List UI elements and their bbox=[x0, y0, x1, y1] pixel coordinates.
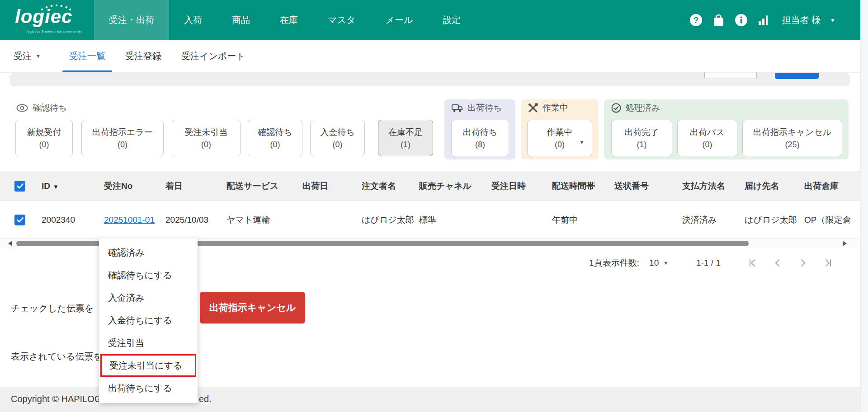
nav-item-orders-shipping[interactable]: 受注・出荷 bbox=[94, 0, 169, 40]
cell-delivery-time: 午前中 bbox=[552, 214, 614, 226]
col-header-tracking-no[interactable]: 送状番号 bbox=[614, 180, 682, 192]
col-header-delivery-service[interactable]: 配送サービス bbox=[226, 180, 302, 192]
cell-sales-channel: 標準 bbox=[419, 214, 491, 226]
in-progress-caret-icon[interactable]: ▼ bbox=[579, 139, 585, 145]
col-header-recipient[interactable]: 届け先名 bbox=[745, 180, 804, 192]
cell-id: 2002340 bbox=[42, 215, 104, 225]
per-page-caret-icon: ▼ bbox=[663, 261, 668, 266]
bag-icon[interactable] bbox=[712, 14, 725, 27]
svg-text:?: ? bbox=[693, 16, 698, 25]
cell-payment-method: 決済済み bbox=[682, 214, 745, 226]
order-menu-label: 受注 bbox=[14, 50, 32, 62]
group-label-awaiting-confirm: 確認待ち bbox=[16, 102, 67, 114]
status-card-awaiting-shipment[interactable]: 出荷待ち (8) bbox=[451, 120, 509, 156]
nav-item-stock[interactable]: 在庫 bbox=[265, 0, 313, 40]
prev-page-button[interactable] bbox=[765, 258, 790, 268]
status-card-in-progress[interactable]: 作業中 (0) ▼ bbox=[527, 120, 592, 156]
menu-item-set-awaiting-shipment[interactable]: 出荷待ちにする bbox=[99, 377, 198, 399]
logo-tagline: logistics & enterprise commander bbox=[27, 30, 82, 33]
copyright-text-left: Copyright © HAPILOG bbox=[11, 394, 101, 404]
sort-desc-icon: ▼ bbox=[53, 183, 59, 190]
ship-instruction-cancel-button[interactable]: 出荷指示キャンセル bbox=[200, 292, 305, 323]
menu-item-allocate[interactable]: 受注引当 bbox=[99, 332, 198, 354]
info-icon[interactable] bbox=[735, 14, 748, 27]
scroll-left-arrow-icon[interactable] bbox=[8, 241, 12, 246]
menu-item-set-awaiting-confirm[interactable]: 確認待ちにする bbox=[99, 264, 198, 286]
row-checkbox[interactable] bbox=[14, 215, 25, 225]
header-right-cluster: ? 担当者 様 ▼ bbox=[689, 0, 835, 40]
col-header-warehouse[interactable]: 出荷倉庫 bbox=[804, 180, 860, 192]
status-card-awaiting-payment[interactable]: 入金待ち (0) bbox=[310, 120, 365, 156]
order-table: ID▼ 受注No 着日 配送サービス 出荷日 注文者名 販売チャネル 受注日時 … bbox=[0, 171, 860, 239]
tab-order-import[interactable]: 受注インポート bbox=[175, 40, 252, 72]
order-menu-dropdown[interactable]: 受注 ▼ bbox=[14, 40, 41, 72]
table-row: 2002340 20251001-01 2025/10/03 ヤマト運輸 はぴロ… bbox=[0, 201, 860, 239]
top-navbar: logiec logistics & enterprise commander … bbox=[0, 0, 860, 40]
first-page-button[interactable] bbox=[740, 258, 765, 268]
menu-item-set-awaiting-payment[interactable]: 入金待ちにする bbox=[99, 309, 198, 332]
tab-order-list[interactable]: 受注一覧 bbox=[62, 40, 112, 72]
table-header-row: ID▼ 受注No 着日 配送サービス 出荷日 注文者名 販売チャネル 受注日時 … bbox=[0, 171, 860, 201]
nav-item-products[interactable]: 商品 bbox=[217, 0, 265, 40]
cell-recipient: はぴロジ太郎 bbox=[745, 214, 804, 226]
order-no-link[interactable]: 20251001-01 bbox=[104, 215, 155, 225]
visible-slips-label: 表示されている伝票を bbox=[11, 351, 103, 363]
status-card-out-of-stock[interactable]: 在庫不足 (1) bbox=[378, 120, 433, 156]
nav-item-master[interactable]: マスタ bbox=[313, 0, 370, 40]
stats-icon[interactable] bbox=[757, 14, 770, 27]
check-circle-icon bbox=[611, 103, 621, 113]
col-header-sales-channel[interactable]: 販売チャネル bbox=[419, 180, 491, 192]
order-menu-caret-icon: ▼ bbox=[36, 54, 41, 59]
col-header-id[interactable]: ID▼ bbox=[42, 181, 104, 191]
col-header-payment-method[interactable]: 支払方法名 bbox=[682, 180, 745, 192]
main-nav: 受注・出荷 入荷 商品 在庫 マスタ メール 設定 bbox=[94, 0, 476, 40]
status-card-ship-instruction-error[interactable]: 出荷指示エラー (0) bbox=[81, 120, 164, 156]
status-card-shipped[interactable]: 出荷完了 (1) bbox=[611, 120, 672, 156]
menu-item-paid[interactable]: 入金済み bbox=[99, 286, 198, 309]
nav-item-settings[interactable]: 設定 bbox=[428, 0, 476, 40]
logiec-logo[interactable]: logiec logistics & enterprise commander bbox=[15, 4, 87, 37]
vertical-scrollbar[interactable] bbox=[860, 0, 868, 412]
status-card-unallocated[interactable]: 受注未引当 (0) bbox=[172, 120, 241, 156]
col-header-order-no[interactable]: 受注No bbox=[104, 180, 165, 192]
group-label-in-progress: 作業中 bbox=[528, 102, 568, 114]
status-card-new-orders[interactable]: 新規受付 (0) bbox=[15, 120, 73, 156]
select-all-checkbox[interactable] bbox=[14, 181, 25, 192]
nav-item-mail[interactable]: メール bbox=[370, 0, 428, 40]
clear-button-partial[interactable] bbox=[704, 73, 757, 79]
cell-arrival-date: 2025/10/03 bbox=[165, 215, 226, 225]
copyright-text-right: ed. bbox=[199, 394, 212, 404]
search-button-partial[interactable] bbox=[775, 73, 819, 79]
col-header-ship-date[interactable]: 出荷日 bbox=[302, 180, 362, 192]
truck-icon bbox=[452, 104, 463, 112]
last-page-button[interactable] bbox=[816, 258, 841, 268]
scroll-right-arrow-icon[interactable] bbox=[843, 241, 847, 246]
cell-delivery-service: ヤマト運輸 bbox=[226, 214, 302, 226]
tab-order-register[interactable]: 受注登録 bbox=[118, 40, 168, 72]
per-page-label: 1頁表示件数: bbox=[589, 257, 639, 269]
col-header-order-datetime[interactable]: 受注日時 bbox=[491, 180, 552, 192]
help-icon[interactable]: ? bbox=[689, 14, 703, 27]
col-header-arrival-date[interactable]: 着日 bbox=[165, 180, 226, 192]
col-header-delivery-time[interactable]: 配送時間帯 bbox=[552, 180, 614, 192]
status-card-ship-instruction-cancel[interactable]: 出荷指示キャンセル (25) bbox=[742, 120, 842, 156]
tools-icon bbox=[528, 103, 538, 113]
col-header-orderer[interactable]: 注文者名 bbox=[362, 180, 419, 192]
eye-icon bbox=[16, 104, 28, 112]
user-name[interactable]: 担当者 様 bbox=[782, 14, 821, 26]
status-change-context-menu: 確認済み 確認待ちにする 入金済み 入金待ちにする 受注引当 受注未引当にする … bbox=[99, 239, 198, 403]
nav-item-inbound[interactable]: 入荷 bbox=[169, 0, 217, 40]
per-page-select[interactable]: 10 ▼ bbox=[649, 258, 668, 268]
menu-item-confirmed[interactable]: 確認済み bbox=[99, 241, 198, 264]
cell-orderer: はぴロジ太郎 bbox=[362, 214, 419, 226]
user-menu-caret-icon[interactable]: ▼ bbox=[830, 18, 835, 23]
order-subnav: 受注 ▼ 受注一覧 受注登録 受注インポート bbox=[0, 40, 860, 73]
pagination-bar: 1頁表示件数: 10 ▼ 1-1 / 1 bbox=[589, 253, 841, 273]
group-label-awaiting-shipment: 出荷待ち bbox=[452, 102, 502, 114]
status-card-awaiting-confirm[interactable]: 確認待ち (0) bbox=[248, 120, 302, 156]
status-card-ship-pass[interactable]: 出荷パス (0) bbox=[677, 120, 737, 156]
app-window: logiec logistics & enterprise commander … bbox=[0, 0, 868, 412]
cell-warehouse: OP（限定倉 bbox=[804, 214, 860, 226]
menu-item-set-unallocated[interactable]: 受注未引当にする bbox=[100, 354, 196, 377]
next-page-button[interactable] bbox=[790, 258, 816, 268]
